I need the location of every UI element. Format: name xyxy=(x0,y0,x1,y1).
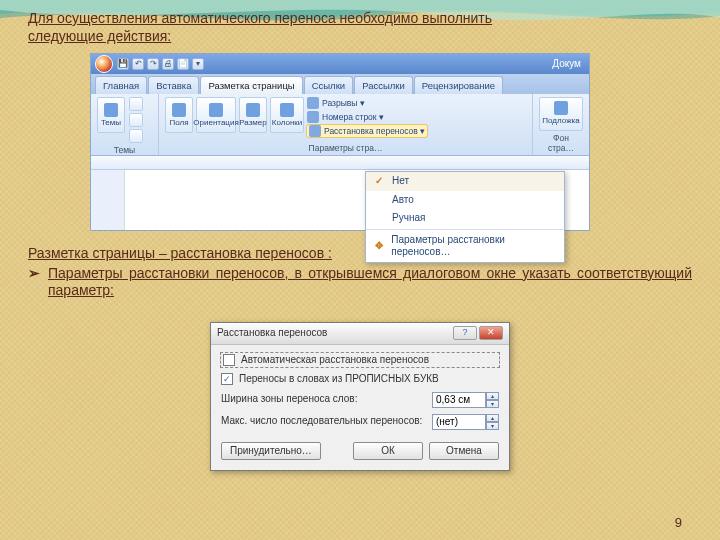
theme-effects-icon[interactable] xyxy=(129,129,143,143)
page-setup-stack: Разрывы ▾ Номера строк ▾ Расстановка пер… xyxy=(307,97,427,137)
tab-home[interactable]: Главная xyxy=(95,76,147,94)
orientation-button[interactable]: Ориентация xyxy=(196,97,236,133)
hyphenation-icon xyxy=(309,125,321,137)
office-orb-icon[interactable] xyxy=(95,55,113,73)
max-consecutive-spinner[interactable]: ▴▾ xyxy=(432,414,499,430)
zone-width-input[interactable] xyxy=(432,392,486,408)
check-icon: ✓ xyxy=(372,175,386,188)
dd-item-none[interactable]: ✓Нет xyxy=(366,172,564,191)
tab-references[interactable]: Ссылки xyxy=(304,76,353,94)
document-title: Докум xyxy=(552,58,585,71)
size-icon xyxy=(246,103,260,117)
spin-up-icon[interactable]: ▴ xyxy=(486,414,499,422)
ribbon-body: Темы Темы Поля Ориентация Размер Колонки xyxy=(91,94,589,156)
tab-insert[interactable]: Вставка xyxy=(148,76,199,94)
hyphenation-dialog: Расстановка переносов ? ✕ Автоматическая… xyxy=(210,322,510,472)
bullet-arrow-icon: ➢ xyxy=(28,265,40,300)
line-numbers-button[interactable]: Номера строк ▾ xyxy=(307,111,427,123)
columns-button[interactable]: Колонки xyxy=(270,97,304,133)
qat-save-icon[interactable]: 💾 xyxy=(117,58,129,70)
spin-up-icon[interactable]: ▴ xyxy=(486,392,499,400)
qat-print-icon[interactable]: 🖨 xyxy=(162,58,174,70)
line-numbers-icon xyxy=(307,111,319,123)
group-themes-label: Темы xyxy=(97,143,152,156)
group-page-setup-label: Параметры стра… xyxy=(165,141,526,154)
caps-hyphen-checkbox[interactable]: ✓ Переносы в словах из ПРОПИСНЫХ БУКВ xyxy=(221,373,499,386)
cancel-button[interactable]: Отмена xyxy=(429,442,499,461)
word-titlebar: 💾 ↶ ↷ 🖨 📄 ▾ Докум xyxy=(91,54,589,74)
max-consecutive-label: Макс. число последовательных переносов: xyxy=(221,415,422,428)
checkbox-icon: ✓ xyxy=(221,373,233,385)
ribbon-tabs: Главная Вставка Разметка страницы Ссылки… xyxy=(91,74,589,94)
tab-mailings[interactable]: Рассылки xyxy=(354,76,413,94)
qat-more-icon[interactable]: ▾ xyxy=(192,58,204,70)
margins-icon xyxy=(172,103,186,117)
dd-item-manual[interactable]: Ручная xyxy=(366,209,564,228)
themes-button[interactable]: Темы xyxy=(97,97,125,133)
themes-icon xyxy=(104,103,118,117)
breaks-icon xyxy=(307,97,319,109)
size-button[interactable]: Размер xyxy=(239,97,267,133)
intro-text: Для осуществления автоматического перено… xyxy=(28,10,692,45)
group-page-background: Подложка Фон стра… xyxy=(533,94,589,155)
columns-icon xyxy=(280,103,294,117)
hyphenation-dropdown: ✓Нет Авто Ручная ✥Параметры расстановки … xyxy=(365,171,565,263)
mid-line1: Разметка страницы – расстановка переносо… xyxy=(28,245,692,263)
max-consecutive-input[interactable] xyxy=(432,414,486,430)
dialog-title-text: Расстановка переносов xyxy=(217,327,327,340)
watermark-icon xyxy=(554,101,568,115)
zone-width-field: Ширина зоны переноса слов: ▴▾ xyxy=(221,392,499,408)
tab-review[interactable]: Рецензирование xyxy=(414,76,503,94)
page-number: 9 xyxy=(675,515,682,530)
spin-down-icon[interactable]: ▾ xyxy=(486,422,499,430)
watermark-button[interactable]: Подложка xyxy=(539,97,583,131)
spin-down-icon[interactable]: ▾ xyxy=(486,400,499,408)
theme-fonts-icon[interactable] xyxy=(129,113,143,127)
dialog-titlebar: Расстановка переносов ? ✕ xyxy=(211,323,509,345)
max-consecutive-field: Макс. число последовательных переносов: … xyxy=(221,414,499,430)
qat-undo-icon[interactable]: ↶ xyxy=(132,58,144,70)
ok-button[interactable]: ОК xyxy=(353,442,423,461)
zone-width-spinner[interactable]: ▴▾ xyxy=(432,392,499,408)
theme-colors-icon[interactable] xyxy=(129,97,143,111)
close-button[interactable]: ✕ xyxy=(479,326,503,340)
options-icon: ✥ xyxy=(372,240,385,253)
dd-item-auto[interactable]: Авто xyxy=(366,191,564,210)
auto-hyphen-checkbox[interactable]: Автоматическая расстановка переносов xyxy=(221,353,499,368)
checkbox-icon xyxy=(223,354,235,366)
mid-bullet: ➢ Параметры расстановки переносов, в отк… xyxy=(28,265,692,300)
doc-left-margin xyxy=(91,170,125,230)
zone-width-label: Ширина зоны переноса слов: xyxy=(221,393,357,406)
group-bg-label: Фон стра… xyxy=(539,131,583,154)
qat-redo-icon[interactable]: ↷ xyxy=(147,58,159,70)
orientation-icon xyxy=(209,103,223,117)
dd-separator xyxy=(366,229,564,230)
qat-new-icon[interactable]: 📄 xyxy=(177,58,189,70)
dd-item-params[interactable]: ✥Параметры расстановки переносов… xyxy=(366,231,564,262)
help-button[interactable]: ? xyxy=(453,326,477,340)
hyphenation-button[interactable]: Расстановка переносов ▾ xyxy=(307,125,427,137)
breaks-button[interactable]: Разрывы ▾ xyxy=(307,97,427,109)
ruler xyxy=(91,156,589,170)
force-button[interactable]: Принудительно… xyxy=(221,442,321,461)
margins-button[interactable]: Поля xyxy=(165,97,193,133)
group-page-setup: Поля Ориентация Размер Колонки Разрывы ▾… xyxy=(159,94,533,155)
quick-access-toolbar: 💾 ↶ ↷ 🖨 📄 ▾ xyxy=(117,58,204,70)
group-themes: Темы Темы xyxy=(91,94,159,155)
tab-page-layout[interactable]: Разметка страницы xyxy=(200,76,302,94)
word-ribbon-screenshot: 💾 ↶ ↷ 🖨 📄 ▾ Докум Главная Вставка Размет… xyxy=(90,53,590,231)
